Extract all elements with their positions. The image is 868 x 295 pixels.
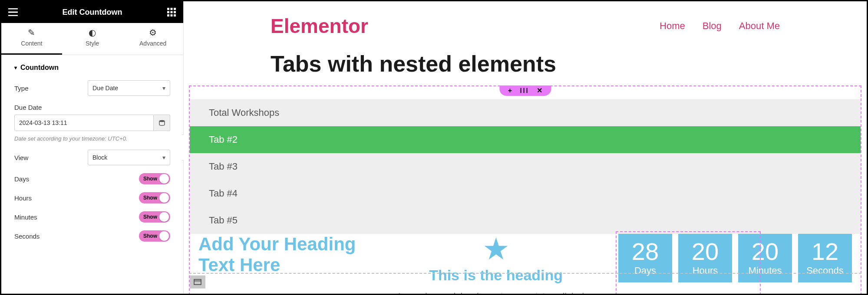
control-view: View Block ▾ xyxy=(14,150,170,165)
tab-2[interactable]: Tab #2 xyxy=(190,126,861,153)
editor-sidebar: Edit Countdown ✎ Content ◐ Style ⚙ Advan… xyxy=(1,1,184,294)
control-seconds: Seconds Show xyxy=(14,230,170,242)
menu-icon[interactable] xyxy=(7,7,19,18)
days-value: 28 xyxy=(618,238,672,265)
hours-value: 20 xyxy=(678,238,732,265)
svg-rect-7 xyxy=(171,14,173,16)
due-date-label: Due Date xyxy=(14,104,170,111)
close-icon[interactable]: ✕ xyxy=(537,87,542,94)
timezone-hint: Date set according to your timezone: UTC… xyxy=(14,135,170,142)
tab-total-workshops[interactable]: Total Workshops xyxy=(190,99,861,126)
editor-section[interactable]: + ⁞⁞⁞ ✕ Total Workshops Tab #2 Tab #3 Ta… xyxy=(189,85,861,294)
editor-canvas: Elementor Home Blog About Me Tabs with n… xyxy=(184,1,867,294)
days-label: Days xyxy=(14,175,29,183)
tab-3[interactable]: Tab #3 xyxy=(190,153,861,180)
svg-rect-10 xyxy=(194,279,201,285)
svg-rect-5 xyxy=(174,11,176,13)
nav-home[interactable]: Home xyxy=(660,20,685,32)
svg-rect-0 xyxy=(167,8,169,10)
site-header: Elementor Home Blog About Me xyxy=(184,1,867,42)
svg-rect-2 xyxy=(174,8,176,10)
control-minutes: Minutes Show xyxy=(14,211,170,223)
svg-rect-6 xyxy=(167,14,169,16)
control-hours: Hours Show xyxy=(14,192,170,203)
hours-label: Hours xyxy=(14,194,32,202)
chevron-down-icon: ▾ xyxy=(162,154,165,161)
section-title: Countdown xyxy=(20,64,59,72)
tab-4[interactable]: Tab #4 xyxy=(190,180,861,207)
svg-point-9 xyxy=(159,120,165,122)
tab-content[interactable]: ✎ Content xyxy=(1,23,62,55)
tab-5[interactable]: Tab #5 xyxy=(190,207,861,234)
nav-blog[interactable]: Blog xyxy=(703,20,722,32)
widgets-icon[interactable] xyxy=(166,7,177,18)
due-date-input[interactable] xyxy=(14,115,154,131)
add-icon[interactable]: + xyxy=(508,87,512,94)
tab-style[interactable]: ◐ Style xyxy=(62,23,123,55)
svg-rect-4 xyxy=(171,11,173,13)
tab-advanced[interactable]: ⚙ Advanced xyxy=(122,23,183,55)
minutes-label: Minutes xyxy=(14,213,37,221)
type-select[interactable]: Due Date ▾ xyxy=(88,80,170,96)
type-value: Due Date xyxy=(92,85,118,92)
panel-tabs: ✎ Content ◐ Style ⚙ Advanced xyxy=(1,23,183,55)
icon-box-body: Lorem ipsum dolor sit amet, consectetur … xyxy=(391,290,601,294)
svg-rect-3 xyxy=(167,11,169,13)
page-title: Tabs with nested elements xyxy=(184,42,867,85)
control-days: Days Show xyxy=(14,173,170,184)
view-value: Block xyxy=(92,154,107,161)
site-brand[interactable]: Elementor xyxy=(271,14,368,38)
drag-icon[interactable]: ⁞⁞⁞ xyxy=(520,87,529,94)
sidebar-title: Edit Countdown xyxy=(63,8,122,17)
svg-rect-8 xyxy=(174,14,176,16)
view-label: View xyxy=(14,154,28,161)
star-icon: ★ xyxy=(391,234,601,264)
control-type: Type Due Date ▾ xyxy=(14,80,170,96)
tab-content-label: Content xyxy=(21,40,42,47)
site-nav: Home Blog About Me xyxy=(660,20,780,32)
chevron-down-icon: ▾ xyxy=(162,85,165,92)
heading-widget[interactable]: Add Your Heading Text Here xyxy=(198,234,373,275)
controls: Type Due Date ▾ Due Date Date set accord… xyxy=(1,77,183,245)
tabs-row: Total Workshops Tab #2 Tab #3 Tab #4 Tab… xyxy=(190,99,861,234)
seconds-label: Seconds xyxy=(14,233,40,240)
contrast-icon: ◐ xyxy=(62,27,123,38)
svg-rect-1 xyxy=(171,8,173,10)
minutes-value: 20 xyxy=(738,238,792,265)
control-due-date: Due Date xyxy=(14,104,170,131)
section-handle: + ⁞⁞⁞ ✕ xyxy=(499,85,551,96)
seconds-toggle[interactable]: Show xyxy=(139,230,170,242)
hours-toggle[interactable]: Show xyxy=(139,192,170,203)
chevron-down-icon: ▾ xyxy=(14,65,17,71)
pencil-icon: ✎ xyxy=(1,27,62,38)
section-countdown-toggle[interactable]: ▾ Countdown xyxy=(1,55,183,77)
minutes-toggle[interactable]: Show xyxy=(139,211,170,223)
tab-style-label: Style xyxy=(86,40,99,47)
nav-about[interactable]: About Me xyxy=(739,20,780,32)
type-label: Type xyxy=(14,85,29,92)
days-toggle[interactable]: Show xyxy=(139,173,170,184)
gear-icon: ⚙ xyxy=(122,27,183,38)
add-section-area[interactable] xyxy=(189,273,861,290)
sidebar-header: Edit Countdown xyxy=(1,1,183,23)
seconds-value: 12 xyxy=(798,238,852,265)
calendar-icon[interactable] xyxy=(154,115,170,131)
heading-text: Add Your Heading Text Here xyxy=(198,234,373,275)
view-select[interactable]: Block ▾ xyxy=(88,150,170,165)
add-section-button[interactable] xyxy=(190,275,205,288)
tab-advanced-label: Advanced xyxy=(139,40,166,47)
